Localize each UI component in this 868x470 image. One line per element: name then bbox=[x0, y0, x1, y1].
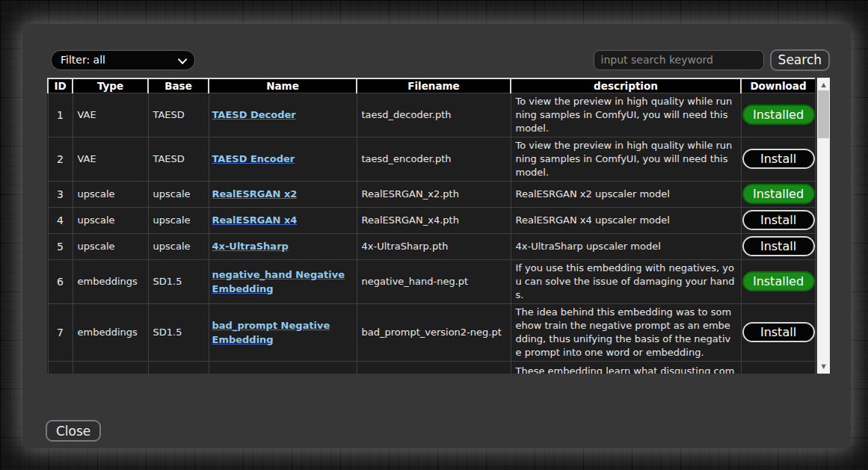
close-button[interactable]: Close bbox=[46, 420, 101, 442]
model-name-link[interactable]: TAESD Decoder bbox=[212, 109, 296, 120]
cell-type: embeddings bbox=[73, 303, 148, 361]
cell-filename: 4x-UltraSharp.pth bbox=[357, 233, 511, 259]
cell-type bbox=[73, 361, 148, 374]
table-row: 6 embeddings SD1.5 negative_hand Negativ… bbox=[48, 259, 815, 303]
table-row: 5 upscale upscale 4x-UltraSharp 4x-Ultra… bbox=[48, 233, 815, 259]
install-button[interactable]: Installed bbox=[742, 271, 815, 291]
model-name-link[interactable]: bad_prompt Negative Embedding bbox=[212, 320, 330, 345]
cell-type: upscale bbox=[73, 181, 148, 207]
install-models-dialog: Filter: all Search ID Type Base bbox=[22, 24, 851, 448]
cell-filename: RealESRGAN_x2.pth bbox=[357, 181, 511, 207]
cell-description: RealESRGAN x4 upscaler model bbox=[511, 207, 741, 233]
cell-type: upscale bbox=[73, 233, 148, 259]
dialog-toolbar: Filter: all Search bbox=[47, 49, 830, 70]
model-name-link[interactable]: RealESRGAN x2 bbox=[212, 188, 298, 200]
cell-download: Install bbox=[741, 137, 815, 181]
cell-id: 7 bbox=[48, 303, 73, 361]
cell-name: TAESD Decoder bbox=[209, 93, 357, 137]
cell-description: To view the preview in high quality whil… bbox=[511, 93, 741, 137]
cell-download: Installed bbox=[741, 259, 815, 303]
cell-type: embeddings bbox=[73, 259, 148, 303]
table-row: 7 embeddings SD1.5 bad_prompt Negative E… bbox=[48, 303, 815, 361]
cell-base: upscale bbox=[148, 207, 209, 233]
table-row: 2 VAE TAESD TAESD Encoder taesd_encoder.… bbox=[48, 137, 815, 181]
cell-name bbox=[209, 361, 357, 374]
models-table: ID Type Base Name Filename description D… bbox=[47, 78, 815, 374]
cell-filename: taesd_encoder.pth bbox=[357, 137, 511, 181]
table-header-row: ID Type Base Name Filename description D… bbox=[48, 78, 815, 93]
cell-base bbox=[148, 361, 209, 374]
cell-id: 1 bbox=[48, 93, 73, 137]
install-button[interactable]: Install bbox=[742, 149, 815, 169]
cell-download: Install bbox=[741, 207, 815, 233]
cell-filename bbox=[357, 361, 511, 374]
cell-description: If you use this embedding with negatives… bbox=[511, 259, 741, 303]
models-table-viewport: ID Type Base Name Filename description D… bbox=[47, 78, 815, 374]
install-button[interactable]: Install bbox=[742, 322, 815, 342]
column-header-filename: Filename bbox=[357, 78, 511, 93]
cell-base: TAESD bbox=[148, 137, 209, 181]
cell-download: Installed bbox=[741, 93, 815, 137]
cell-base: upscale bbox=[148, 181, 209, 207]
column-header-id: ID bbox=[48, 78, 73, 93]
cell-download: Install bbox=[741, 303, 815, 361]
search-input[interactable] bbox=[594, 50, 764, 70]
cell-filename: taesd_decoder.pth bbox=[357, 93, 511, 137]
cell-id bbox=[48, 361, 73, 374]
table-row: 1 VAE TAESD TAESD Decoder taesd_decoder.… bbox=[48, 93, 815, 137]
cell-description: To view the preview in high quality whil… bbox=[511, 137, 741, 181]
cell-filename: bad_prompt_version2-neg.pt bbox=[357, 303, 511, 361]
cell-id: 4 bbox=[48, 207, 73, 233]
install-button[interactable]: Installed bbox=[742, 184, 815, 204]
cell-description: These embedding learn what disgusting co… bbox=[511, 361, 741, 374]
cell-name: RealESRGAN x2 bbox=[209, 181, 357, 207]
cell-download bbox=[741, 361, 815, 374]
column-header-type: Type bbox=[73, 78, 148, 93]
cell-id: 5 bbox=[48, 233, 73, 259]
cell-filename: negative_hand-neg.pt bbox=[357, 259, 511, 303]
model-name-link[interactable]: negative_hand Negative Embedding bbox=[212, 269, 345, 294]
install-button[interactable]: Installed bbox=[742, 105, 815, 125]
cell-id: 2 bbox=[48, 137, 73, 181]
table-row: 3 upscale upscale RealESRGAN x2 RealESRG… bbox=[48, 181, 815, 207]
column-header-base: Base bbox=[148, 78, 209, 93]
table-scrollbar[interactable]: ▲ ▼ bbox=[817, 78, 830, 374]
cell-base: TAESD bbox=[148, 93, 209, 137]
filter-dropdown[interactable]: Filter: all bbox=[51, 50, 195, 70]
model-name-link[interactable]: RealESRGAN x4 bbox=[212, 214, 298, 226]
table-row: 4 upscale upscale RealESRGAN x4 RealESRG… bbox=[48, 207, 815, 233]
cell-name: negative_hand Negative Embedding bbox=[209, 259, 357, 303]
scroll-down-icon[interactable]: ▼ bbox=[817, 361, 830, 372]
cell-description: The idea behind this embedding was to so… bbox=[511, 303, 741, 361]
cell-name: 4x-UltraSharp bbox=[209, 233, 357, 259]
search-button[interactable]: Search bbox=[770, 49, 830, 71]
model-name-link[interactable]: TAESD Encoder bbox=[212, 153, 295, 164]
models-table-area: ID Type Base Name Filename description D… bbox=[47, 78, 830, 374]
install-button[interactable]: Install bbox=[742, 210, 815, 230]
cell-base: upscale bbox=[148, 233, 209, 259]
cell-id: 3 bbox=[48, 181, 73, 207]
cell-base: SD1.5 bbox=[148, 259, 209, 303]
cell-name: RealESRGAN x4 bbox=[209, 207, 357, 233]
cell-type: VAE bbox=[73, 137, 148, 181]
install-button[interactable]: Install bbox=[742, 236, 815, 256]
cell-base: SD1.5 bbox=[148, 303, 209, 361]
column-header-name: Name bbox=[209, 78, 357, 93]
cell-description: RealESRGAN x2 upscaler model bbox=[511, 181, 741, 207]
model-name-link[interactable]: 4x-UltraSharp bbox=[212, 241, 289, 252]
column-header-description: description bbox=[511, 78, 741, 93]
cell-description: 4x-UltraSharp upscaler model bbox=[511, 233, 741, 259]
scrollbar-thumb[interactable] bbox=[818, 90, 829, 138]
column-header-download: Download bbox=[741, 78, 815, 93]
cell-name: TAESD Encoder bbox=[209, 137, 357, 181]
table-row-clipped: These embedding learn what disgusting co… bbox=[48, 361, 815, 374]
cell-id: 6 bbox=[48, 259, 73, 303]
filter-dropdown-wrap: Filter: all bbox=[51, 50, 195, 70]
cell-type: upscale bbox=[73, 207, 148, 233]
cell-download: Installed bbox=[741, 181, 815, 207]
scroll-up-icon[interactable]: ▲ bbox=[817, 79, 830, 90]
cell-download: Install bbox=[741, 233, 815, 259]
search-area: Search bbox=[594, 49, 830, 71]
cell-type: VAE bbox=[73, 93, 148, 137]
cell-name: bad_prompt Negative Embedding bbox=[209, 303, 357, 361]
